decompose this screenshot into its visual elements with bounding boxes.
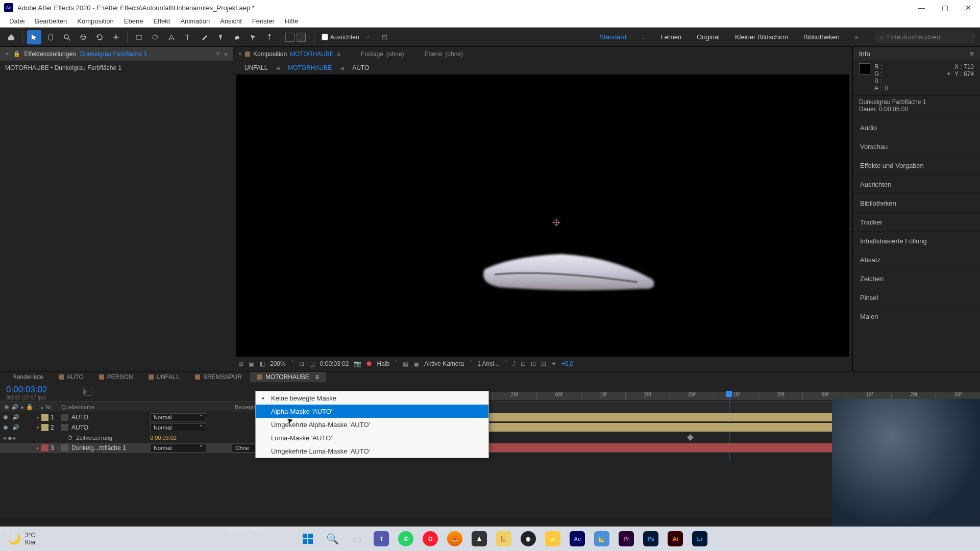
orbit-tool[interactable] [76, 30, 90, 44]
photoshop-icon[interactable]: Ps [641, 529, 661, 549]
grid-icon[interactable]: ⊞ [238, 360, 243, 367]
app-icon[interactable]: ♟ [469, 529, 489, 549]
zoom-value[interactable]: 200% [270, 360, 286, 367]
viewer-tab-ebene[interactable]: Ebene (ohne) [425, 51, 463, 58]
menu-item-luma[interactable]: Luma-Maske 'AUTO' [256, 431, 488, 444]
brush-tool[interactable] [197, 30, 211, 44]
views-select[interactable]: 1 Ansi... [477, 360, 499, 367]
menu-ebene[interactable]: Ebene [119, 16, 149, 26]
mode-select[interactable]: Normal˅ [150, 444, 206, 453]
timeline-search[interactable]: ⌕ [79, 383, 255, 402]
roto-tool[interactable] [246, 30, 260, 44]
effect-tab[interactable]: × 🔒 Effekteinstellungen Dunkelgrau Farbf… [0, 47, 233, 61]
viewer-tab-komposition[interactable]: × Komposition MOTORHAUBE ≡ [238, 51, 340, 58]
panel-malen[interactable]: Malen [853, 307, 980, 325]
zoom-tool[interactable] [60, 30, 74, 44]
snapshot-icon[interactable]: 📷 [354, 360, 361, 367]
menu-effekt[interactable]: Effekt [148, 16, 175, 26]
app-icon[interactable]: 📐 [592, 529, 612, 549]
dropdown-icon[interactable]: ˅ [291, 360, 294, 367]
selection-tool[interactable] [27, 30, 41, 44]
align-checkbox[interactable] [322, 34, 328, 40]
lightroom-icon[interactable]: Lr [690, 529, 710, 549]
panel-vorschau[interactable]: Vorschau [853, 137, 980, 156]
breadcrumb-auto[interactable]: AUTO [352, 64, 369, 71]
panel-zeichen[interactable]: Zeichen [853, 269, 980, 288]
minimize-button[interactable]: — [910, 0, 933, 15]
tab-person[interactable]: PERSON [92, 372, 140, 382]
illustrator-icon[interactable]: Ai [665, 529, 685, 549]
taskview-button[interactable]: ▭ [347, 529, 367, 549]
workspace-lernen[interactable]: Lernen [661, 33, 681, 41]
menu-datei[interactable]: Datei [4, 16, 30, 26]
swatch-fill[interactable] [297, 33, 306, 42]
workspace-standard[interactable]: Standard [599, 33, 626, 41]
teams-icon[interactable]: T [371, 529, 391, 549]
menu-hilfe[interactable]: Hilfe [280, 16, 303, 26]
help-search[interactable]: ⌕ Hilfe durchsuchen [874, 31, 976, 43]
menu-fenster[interactable]: Fenster [247, 16, 280, 26]
panel-ausrichten[interactable]: Ausrichten [853, 174, 980, 193]
panel-absatz[interactable]: Absatz [853, 250, 980, 269]
menu-animation[interactable]: Animation [175, 16, 215, 26]
panel-effekte[interactable]: Effekte und Vorgaben [853, 156, 980, 174]
workspace-bibliotheken[interactable]: Bibliotheken [803, 33, 840, 41]
anchor-tool[interactable] [109, 30, 123, 44]
obs-icon[interactable]: ◉ [518, 529, 538, 549]
puppet-tool[interactable] [262, 30, 277, 44]
panel-tracker[interactable]: Tracker [853, 212, 980, 231]
mask-icon[interactable]: ▣ [249, 360, 254, 367]
maximize-button[interactable]: ▢ [933, 0, 957, 15]
menu-item-alpha[interactable]: Alpha-Maske 'AUTO' [256, 405, 488, 418]
viewer-canvas[interactable] [236, 74, 849, 357]
tab-auto[interactable]: AUTO [52, 372, 91, 382]
pen-tool[interactable] [164, 30, 179, 44]
rotate-tool[interactable] [92, 30, 107, 44]
firefox-icon[interactable]: 🦊 [445, 529, 465, 549]
transparency-icon[interactable]: ▦ [403, 360, 408, 367]
menu-item-luma-inverted[interactable]: Umgekehrte Luma-Maske 'AUTO' [256, 444, 488, 458]
panel-menu-icon[interactable]: ≡ [970, 50, 974, 58]
swatch-stroke[interactable] [285, 33, 295, 42]
grid-icon[interactable]: ⊡ [378, 30, 392, 44]
panel-audio[interactable]: Audio [853, 118, 980, 137]
breadcrumb-unfall[interactable]: UNFALL [244, 64, 267, 71]
menu-bearbeiten[interactable]: Bearbeiten [30, 16, 72, 26]
type-tool[interactable]: T [181, 30, 195, 44]
clone-tool[interactable] [213, 30, 228, 44]
app-icon[interactable]: 📔 [494, 529, 514, 549]
mode-select[interactable]: Normal˅ [150, 423, 206, 432]
lock-icon[interactable]: 🔒 [13, 51, 20, 57]
viewer-tab-footage[interactable]: Footage (ohne) [361, 51, 404, 58]
region-icon[interactable]: ◫ [309, 360, 315, 367]
menu-komposition[interactable]: Komposition [72, 16, 119, 26]
opera-icon[interactable]: O [420, 529, 440, 549]
hand-tool[interactable] [43, 30, 58, 44]
close-button[interactable]: ✕ [957, 0, 980, 15]
exposure[interactable]: +0,0 [561, 360, 574, 367]
breadcrumb-motorhaube[interactable]: MOTORHAUBE [288, 64, 332, 71]
menu-item-alpha-inverted[interactable]: Umgekehrte Alpha-Maske 'AUTO' [256, 418, 488, 431]
panel-pinsel[interactable]: Pinsel [853, 288, 980, 307]
menu-item-none[interactable]: ●Keine bewegte Maske [256, 391, 488, 405]
tab-motorhaube[interactable]: MOTORHAUBE≡ [250, 372, 326, 382]
res-icon[interactable]: ⊡ [299, 360, 304, 367]
ellipse-tool[interactable] [148, 30, 162, 44]
timecode-display[interactable]: 0:00:03:02 00092 (29.97 fps) [0, 383, 79, 402]
explorer-icon[interactable]: 📁 [543, 529, 563, 549]
close-icon[interactable]: × [5, 50, 9, 58]
whatsapp-icon[interactable]: ✆ [396, 529, 416, 549]
workspace-original[interactable]: Original [697, 33, 720, 41]
mode-select[interactable]: Normal˅ [150, 413, 206, 422]
tab-bremsspur[interactable]: BREMSSPUR [188, 372, 249, 382]
snap-icon[interactable]: ⟋ [361, 30, 376, 44]
home-button[interactable] [4, 30, 18, 44]
panel-inhaltsbasierte[interactable]: Inhaltsbasierte Füllung [853, 231, 980, 250]
tab-unfall[interactable]: UNFALL [141, 372, 187, 382]
current-time[interactable]: 0:00:03:02 [320, 360, 349, 367]
color-icon[interactable]: ⬢ [366, 360, 372, 367]
share-icon[interactable]: ⤴ [512, 360, 516, 367]
start-button[interactable] [298, 529, 318, 549]
menu-ansicht[interactable]: Ansicht [215, 16, 247, 26]
info-panel-header[interactable]: Info ≡ [853, 47, 980, 60]
